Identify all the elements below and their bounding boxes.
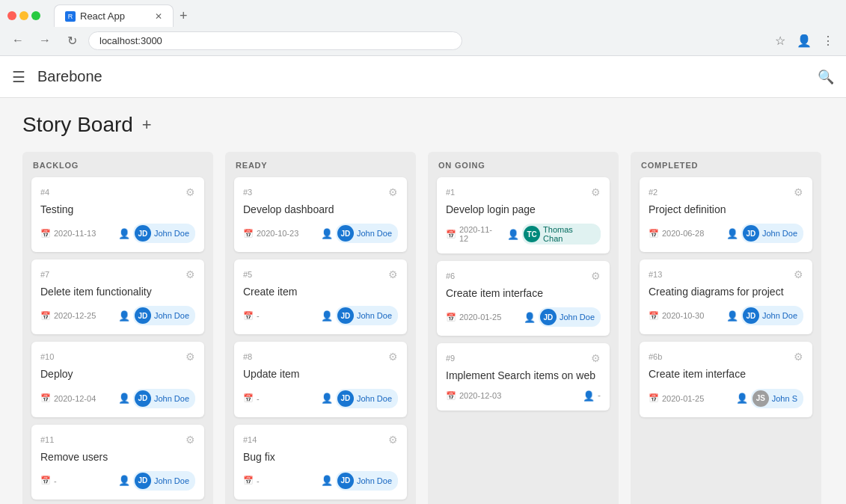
card-settings-icon[interactable]: ⚙ — [388, 268, 398, 280]
card-settings-icon[interactable]: ⚙ — [591, 270, 601, 282]
card-date-text: 2020-12-04 — [54, 394, 96, 403]
card-settings-icon[interactable]: ⚙ — [388, 186, 398, 198]
card[interactable]: #6⚙Create item interface📅2020-01-25👤JDJo… — [437, 261, 610, 336]
person-icon: 👤 — [321, 228, 333, 239]
add-column-button[interactable]: + — [142, 117, 152, 133]
card-settings-icon[interactable]: ⚙ — [186, 351, 195, 363]
menu-button[interactable]: ⋮ — [818, 30, 839, 51]
menu-icon[interactable]: ☰ — [12, 68, 25, 86]
card-settings-icon[interactable]: ⚙ — [591, 352, 601, 364]
tab-close-button[interactable]: ✕ — [155, 11, 162, 22]
card-id: #11 — [40, 435, 54, 444]
assignee-name: John Doe — [154, 476, 189, 485]
card[interactable]: #7⚙Delete item functionality📅2020-12-25👤… — [31, 259, 204, 334]
person-icon: 👤 — [583, 390, 595, 402]
card-footer: 📅2020-12-03👤- — [446, 390, 601, 402]
calendar-icon: 📅 — [649, 229, 659, 239]
card-id: #8 — [243, 352, 252, 361]
avatar: JD — [135, 473, 151, 489]
card[interactable]: #9⚙Implement Search items on web📅2020-12… — [437, 343, 610, 410]
app-bar: ☰ Barebone 🔍 — [0, 56, 846, 98]
card-footer: 📅2020-10-30👤JDJohn Doe — [649, 306, 803, 325]
card-header: #6⚙ — [446, 270, 601, 282]
card-date: 📅- — [243, 476, 260, 485]
card[interactable]: #13⚙Creating diagrams for project📅2020-1… — [640, 259, 812, 334]
card-assignee: 👤JDJohn Doe — [321, 224, 398, 243]
avatar: JD — [337, 473, 354, 489]
card[interactable]: #2⚙Project definition📅2020-06-28👤JDJohn … — [640, 177, 812, 252]
card-settings-icon[interactable]: ⚙ — [186, 268, 195, 280]
assignee-chip: JDJohn Doe — [133, 224, 195, 243]
card[interactable]: #8⚙Update item📅-👤JDJohn Doe — [234, 342, 407, 417]
bookmark-button[interactable]: ☆ — [770, 30, 791, 51]
minimize-button[interactable] — [19, 11, 28, 20]
assignee-chip: JDJohn Doe — [336, 389, 398, 408]
columns-container: BACKLOG#4⚙Testing📅2020-11-13👤JDJohn Doe#… — [22, 152, 824, 504]
card[interactable]: #1⚙Develop login page📅2020-11-12👤TCThoma… — [437, 177, 610, 253]
person-icon: 👤 — [321, 393, 333, 404]
address-bar: ← → ↻ ☆ 👤 ⋮ — [0, 27, 846, 55]
card-settings-icon[interactable]: ⚙ — [794, 268, 803, 280]
person-icon: 👤 — [118, 310, 130, 322]
forward-button[interactable]: → — [34, 30, 55, 51]
card-settings-icon[interactable]: ⚙ — [186, 434, 195, 446]
card-settings-icon[interactable]: ⚙ — [186, 186, 195, 198]
card-id: #7 — [40, 270, 49, 279]
card-title: Update item — [243, 367, 398, 381]
card[interactable]: #5⚙Create item📅-👤JDJohn Doe — [234, 259, 407, 334]
card[interactable]: #10⚙Deploy📅2020-12-04👤JDJohn Doe — [31, 342, 204, 417]
column-ongoing: ON GOING#1⚙Develop login page📅2020-11-12… — [428, 152, 619, 504]
card-title: Deploy — [40, 367, 195, 381]
card[interactable]: #6b⚙Create item interface📅2020-01-25👤JSJ… — [640, 342, 812, 417]
assignee-name: John Doe — [762, 311, 797, 320]
card-footer: 📅-👤JDJohn Doe — [243, 471, 398, 491]
calendar-icon: 📅 — [649, 311, 659, 321]
avatar: JS — [752, 390, 769, 407]
account-button[interactable]: 👤 — [794, 30, 815, 51]
browser-actions: ☆ 👤 ⋮ — [770, 30, 839, 51]
close-button[interactable] — [7, 11, 16, 20]
back-button[interactable]: ← — [7, 30, 28, 51]
maximize-button[interactable] — [31, 11, 40, 20]
new-tab-button[interactable]: + — [174, 5, 194, 27]
card-settings-icon[interactable]: ⚙ — [591, 186, 601, 198]
card-header: #5⚙ — [243, 268, 398, 280]
card-settings-icon[interactable]: ⚙ — [388, 351, 398, 363]
assignee-name: John Doe — [357, 311, 392, 320]
card-id: #14 — [243, 435, 257, 444]
column-header-ready: READY — [234, 161, 407, 170]
card-settings-icon[interactable]: ⚙ — [794, 186, 803, 198]
card-header: #8⚙ — [243, 351, 398, 363]
card-title: Creating diagrams for project — [649, 285, 803, 298]
person-icon: 👤 — [118, 475, 130, 486]
card-header: #7⚙ — [40, 268, 195, 280]
card-id: #4 — [40, 188, 49, 197]
url-input[interactable] — [88, 31, 462, 50]
card-assignee: 👤JDJohn Doe — [524, 307, 601, 327]
calendar-icon: 📅 — [40, 311, 51, 321]
active-tab[interactable]: R React App ✕ — [54, 4, 174, 27]
card-settings-icon[interactable]: ⚙ — [388, 434, 398, 446]
refresh-button[interactable]: ↻ — [61, 30, 82, 51]
card-title: Create item — [243, 285, 398, 298]
card-header: #1⚙ — [446, 186, 601, 198]
card[interactable]: #3⚙Develop dashboard📅2020-10-23👤JDJohn D… — [234, 177, 407, 252]
card-date: 📅2020-10-23 — [243, 229, 298, 239]
calendar-icon: 📅 — [243, 393, 254, 403]
card-assignee: 👤JDJohn Doe — [321, 306, 398, 325]
assignee-chip: JSJohn S — [751, 389, 803, 408]
card-date-text: 2020-06-28 — [662, 229, 704, 238]
card-assignee: 👤JDJohn Doe — [118, 471, 195, 491]
card-date-text: 2020-11-12 — [459, 225, 501, 243]
search-button[interactable]: 🔍 — [818, 69, 834, 85]
card[interactable]: #4⚙Testing📅2020-11-13👤JDJohn Doe — [31, 177, 204, 252]
assignee-empty-text: - — [598, 390, 601, 401]
card-footer: 📅2020-11-12👤TCThomas Chan — [446, 224, 601, 245]
card-date-text: - — [54, 476, 57, 485]
card[interactable]: #14⚙Bug fix📅-👤JDJohn Doe — [234, 425, 407, 500]
assignee-chip: JDJohn Doe — [133, 306, 195, 325]
card[interactable]: #11⚙Remove users📅-👤JDJohn Doe — [31, 425, 204, 500]
tab-bar: R React App ✕ + — [46, 4, 201, 27]
column-header-backlog: BACKLOG — [31, 161, 204, 170]
card-settings-icon[interactable]: ⚙ — [794, 351, 803, 363]
